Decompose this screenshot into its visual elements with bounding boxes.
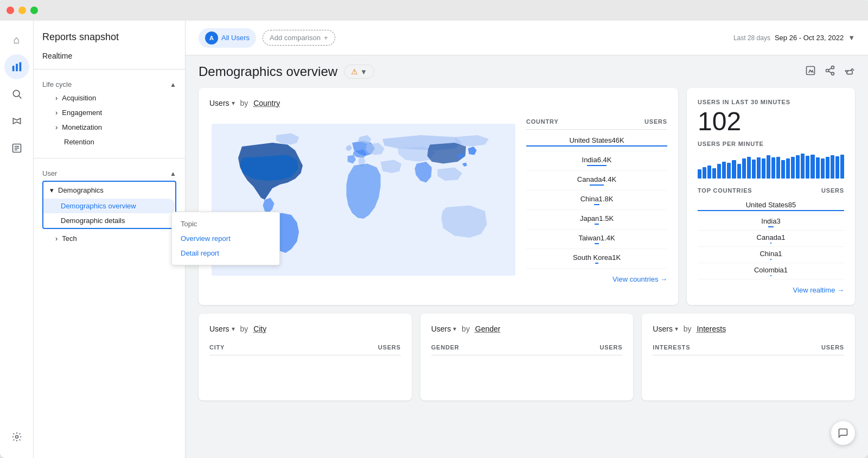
warning-dropdown-icon: ▼ (360, 68, 367, 76)
view-countries-label: View countries → (612, 275, 667, 283)
minimize-button[interactable] (18, 7, 26, 14)
mini-bar (742, 158, 746, 178)
date-range-prefix: Last 28 days (733, 34, 770, 42)
city-metric-selector[interactable]: Users ▾ (209, 325, 235, 333)
country-value: 1.4K (601, 234, 615, 242)
interests-table-header: INTERESTS USERS (653, 342, 844, 355)
sidebar-acquisition[interactable]: › Acquisition (42, 91, 176, 105)
sidebar-demographic-details[interactable]: Demographic details (43, 213, 175, 228)
sidebar-realtime[interactable]: Realtime (34, 47, 185, 65)
add-comparison-button[interactable]: Add comparison + (263, 30, 335, 46)
city-card: Users ▾ by City CITY USERS (199, 314, 412, 400)
rt-country-row[interactable]: India 3 (698, 214, 844, 231)
rt-country-rows: United States 85 India 3 Canada 1 China … (698, 198, 844, 279)
svg-rect-2 (19, 62, 21, 72)
country-rows-container: United States 46K India 6.4K Canada 4.4K… (526, 132, 667, 269)
sidebar-reports-snapshot[interactable]: Reports snapshot (34, 25, 185, 47)
country-row[interactable]: Japan 1.5K (526, 210, 667, 230)
add-comparison-label: Add comparison (270, 34, 321, 42)
gender-by-label: by (459, 325, 472, 333)
country-row[interactable]: South Korea 1K (526, 249, 667, 269)
dimension-country-label[interactable]: Country (253, 99, 280, 107)
country-row[interactable]: Taiwan 1.4K (526, 230, 667, 249)
sidebar-divider-1 (34, 69, 185, 69)
chevron-down-icon: ▾ (50, 186, 54, 194)
compare-icon[interactable] (844, 65, 855, 79)
mini-bar (826, 157, 829, 179)
sidebar-demographics[interactable]: ▾ Demographics (43, 182, 175, 199)
country-row[interactable]: India 6.4K (526, 151, 667, 171)
topbar: A All Users Add comparison + Last 28 day… (186, 21, 868, 55)
lifecycle-label: Life cycle (42, 80, 72, 88)
city-col-right: USERS (378, 344, 401, 351)
view-realtime-link[interactable]: View realtime → (698, 286, 844, 294)
date-range-selector[interactable]: Last 28 days Sep 26 - Oct 23, 2022 ▼ (733, 34, 855, 42)
tooltip-label: Topic (172, 217, 279, 231)
user-header[interactable]: User ▲ (42, 167, 176, 180)
all-users-chip[interactable]: A All Users (199, 28, 256, 48)
col-users-header: USERS (644, 118, 667, 125)
interests-card-header: Users ▾ by Interests (653, 325, 844, 333)
rt-country-row[interactable]: China 1 (698, 247, 844, 263)
sidebar-user-section: User ▲ ▾ Demographics Demographics overv… (34, 163, 185, 250)
country-row[interactable]: China 1.8K (526, 190, 667, 210)
realtime-card: USERS IN LAST 30 MINUTES 102 USERS PER M… (687, 88, 855, 305)
sidebar-tech[interactable]: › Tech (42, 231, 176, 246)
app-body: ⌂ Reports snapshot Realtime (0, 21, 868, 458)
analytics-icon[interactable] (4, 54, 29, 79)
mini-bar (831, 155, 834, 179)
chart-edit-icon[interactable] (805, 65, 816, 79)
mini-bar (707, 166, 711, 179)
svg-line-14 (828, 71, 832, 73)
country-value: 1.8K (599, 195, 614, 203)
rt-country-name: Colombia (754, 266, 784, 274)
sidebar-engagement[interactable]: › Engagement (42, 105, 176, 120)
mini-bar (767, 155, 770, 179)
sidebar-retention[interactable]: Retention (42, 135, 176, 149)
svg-point-13 (832, 72, 834, 75)
svg-line-15 (828, 68, 832, 69)
city-card-header: Users ▾ by City (209, 325, 401, 333)
interests-metric-selector[interactable]: Users ▾ (653, 325, 678, 333)
tooltip-detail-report[interactable]: Detail report (172, 246, 279, 260)
rt-country-row[interactable]: Colombia 1 (698, 263, 844, 279)
search-icon[interactable] (4, 81, 29, 106)
country-row[interactable]: Canada 4.4K (526, 171, 667, 190)
country-value: 6.4K (597, 156, 612, 164)
icon-rail: ⌂ (0, 21, 34, 458)
lifecycle-header[interactable]: Life cycle ▲ (42, 78, 176, 91)
country-value: 4.4K (602, 175, 616, 183)
warning-badge[interactable]: ⚠ ▼ (344, 65, 374, 79)
advertising-icon[interactable] (4, 109, 29, 133)
close-button[interactable] (7, 7, 14, 14)
metric-selector[interactable]: Users ▾ (209, 99, 235, 107)
country-row[interactable]: United States 46K (526, 132, 667, 151)
sidebar-lifecycle-section: Life cycle ▲ › Acquisition › Engagement … (34, 74, 185, 154)
tooltip-overview-report[interactable]: Overview report (172, 231, 279, 246)
gender-metric-selector[interactable]: Users ▾ (431, 325, 457, 333)
gender-card-header: Users ▾ by Gender (431, 325, 623, 333)
chat-button[interactable] (831, 421, 855, 445)
chevron-right-icon-3: › (55, 123, 58, 131)
tech-chevron-icon: › (55, 234, 58, 243)
mini-bar (786, 158, 790, 178)
main-content: A All Users Add comparison + Last 28 day… (186, 21, 868, 458)
svg-point-11 (832, 66, 834, 68)
mini-bar (703, 167, 706, 179)
view-countries-link[interactable]: View countries → (526, 275, 667, 283)
settings-icon[interactable] (4, 424, 29, 449)
gender-dimension-label[interactable]: Gender (475, 325, 501, 333)
city-dimension-label[interactable]: City (253, 325, 266, 333)
sidebar-demographics-overview[interactable]: Demographics overview (43, 199, 175, 213)
sidebar-monetization[interactable]: › Monetization (42, 120, 176, 135)
reports-icon[interactable] (4, 136, 29, 161)
rt-country-row[interactable]: Canada 1 (698, 231, 844, 247)
gender-card: Users ▾ by Gender GENDER USERS (420, 314, 634, 400)
rt-country-row[interactable]: United States 85 (698, 198, 844, 214)
mini-bar (752, 160, 756, 179)
metric-dropdown-icon: ▾ (232, 99, 235, 107)
interests-dimension-label[interactable]: Interests (697, 325, 726, 333)
share-icon[interactable] (825, 65, 835, 79)
maximize-button[interactable] (30, 7, 38, 14)
home-icon[interactable]: ⌂ (4, 27, 29, 52)
